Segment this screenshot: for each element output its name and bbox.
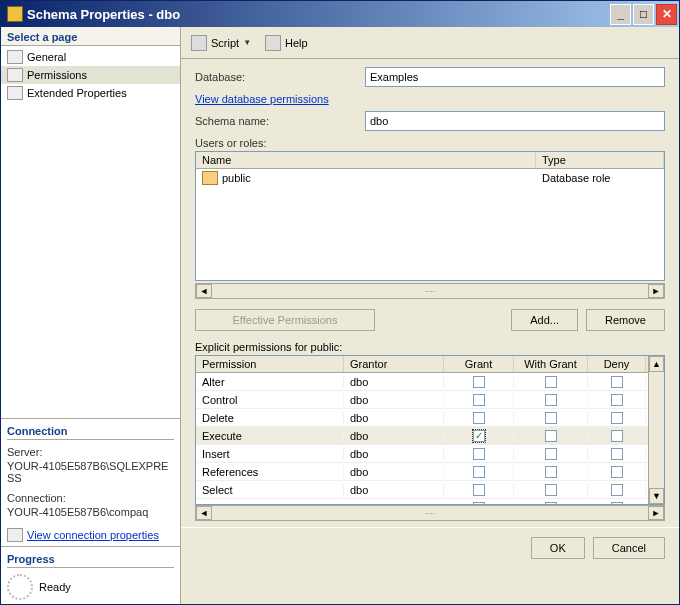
checkbox[interactable]: ✓: [473, 430, 485, 442]
scroll-down-button[interactable]: ▼: [649, 488, 664, 504]
perms-col-permission[interactable]: Permission: [196, 356, 344, 372]
help-button[interactable]: Help: [265, 35, 308, 51]
perms-col-grant[interactable]: Grant: [444, 356, 514, 372]
perms-col-deny[interactable]: Deny: [588, 356, 646, 372]
permission-row[interactable]: Controldbo: [196, 391, 648, 409]
permission-row[interactable]: Selectdbo: [196, 481, 648, 499]
checkbox[interactable]: [545, 502, 557, 505]
permission-row[interactable]: Referencesdbo: [196, 463, 648, 481]
checkbox[interactable]: [473, 376, 485, 388]
select-page-header: Select a page: [1, 27, 180, 46]
checkbox[interactable]: [545, 412, 557, 424]
sidebar-item-label: General: [27, 51, 66, 63]
permissions-grid: Permission Grantor Grant With Grant Deny…: [195, 355, 665, 505]
scroll-track[interactable]: [649, 372, 664, 488]
checkbox[interactable]: [545, 430, 557, 442]
permission-grantor: dbo: [344, 430, 444, 442]
scroll-right-button[interactable]: ►: [648, 506, 664, 520]
perms-col-grantor[interactable]: Grantor: [344, 356, 444, 372]
schema-name-field[interactable]: [365, 111, 665, 131]
permission-name: Select: [196, 484, 344, 496]
scroll-right-button[interactable]: ►: [648, 284, 664, 298]
effective-permissions-button[interactable]: Effective Permissions: [195, 309, 375, 331]
perms-col-with-grant[interactable]: With Grant: [514, 356, 588, 372]
checkbox[interactable]: [611, 502, 623, 505]
permission-name: Control: [196, 394, 344, 406]
view-connection-properties-link[interactable]: View connection properties: [7, 528, 174, 542]
permission-name: Delete: [196, 412, 344, 424]
permission-grantor: dbo: [344, 484, 444, 496]
script-icon: [191, 35, 207, 51]
checkbox[interactable]: [545, 448, 557, 460]
minimize-button[interactable]: _: [610, 4, 631, 25]
database-field[interactable]: [365, 67, 665, 87]
users-col-type[interactable]: Type: [536, 152, 664, 168]
permission-row[interactable]: Take ownershipdbo: [196, 499, 648, 504]
checkbox[interactable]: [473, 394, 485, 406]
view-database-permissions-link[interactable]: View database permissions: [195, 93, 665, 105]
progress-header: Progress: [7, 553, 174, 568]
permission-row[interactable]: Alterdbo: [196, 373, 648, 391]
connection-label: Connection:: [7, 492, 174, 504]
remove-button[interactable]: Remove: [586, 309, 665, 331]
users-roles-list[interactable]: Name Type publicDatabase role: [195, 151, 665, 281]
checkbox[interactable]: [611, 430, 623, 442]
permissions-vertical-scrollbar[interactable]: ▲ ▼: [648, 356, 664, 504]
permission-row[interactable]: Executedbo✓: [196, 427, 648, 445]
checkbox[interactable]: [473, 484, 485, 496]
checkbox[interactable]: [545, 484, 557, 496]
checkbox[interactable]: [611, 466, 623, 478]
checkbox[interactable]: [473, 412, 485, 424]
permissions-horizontal-scrollbar[interactable]: ◄ ···· ►: [195, 505, 665, 521]
scroll-left-button[interactable]: ◄: [196, 506, 212, 520]
page-icon: [7, 68, 23, 82]
users-col-name[interactable]: Name: [196, 152, 536, 168]
sidebar-item-permissions[interactable]: Permissions: [1, 66, 180, 84]
checkbox[interactable]: [473, 466, 485, 478]
database-label: Database:: [195, 71, 365, 83]
add-button[interactable]: Add...: [511, 309, 578, 331]
toolbar: Script ▼ Help: [181, 27, 679, 59]
permission-grantor: dbo: [344, 376, 444, 388]
sidebar-item-general[interactable]: General: [1, 48, 180, 66]
scroll-track[interactable]: ····: [212, 286, 648, 296]
checkbox[interactable]: [545, 376, 557, 388]
explicit-permissions-label: Explicit permissions for public:: [181, 339, 679, 355]
script-label: Script: [211, 37, 239, 49]
dialog-window: Schema Properties - dbo _ □ ✕ Select a p…: [0, 0, 680, 605]
checkbox[interactable]: [611, 484, 623, 496]
titlebar[interactable]: Schema Properties - dbo _ □ ✕: [1, 1, 679, 27]
scroll-left-button[interactable]: ◄: [196, 284, 212, 298]
connection-value: YOUR-4105E587B6\compaq: [7, 506, 174, 518]
sidebar: Select a page GeneralPermissionsExtended…: [1, 27, 181, 604]
permission-name: Insert: [196, 448, 344, 460]
sidebar-item-label: Permissions: [27, 69, 87, 81]
checkbox[interactable]: [611, 394, 623, 406]
checkbox[interactable]: [473, 448, 485, 460]
users-row[interactable]: publicDatabase role: [196, 169, 664, 187]
checkbox[interactable]: [611, 448, 623, 460]
permission-row[interactable]: Deletedbo: [196, 409, 648, 427]
scroll-track[interactable]: ····: [212, 508, 648, 518]
permission-grantor: dbo: [344, 448, 444, 460]
sidebar-item-label: Extended Properties: [27, 87, 127, 99]
permission-name: References: [196, 466, 344, 478]
checkbox[interactable]: [545, 466, 557, 478]
permission-grantor: dbo: [344, 394, 444, 406]
sidebar-item-extended-properties[interactable]: Extended Properties: [1, 84, 180, 102]
checkbox[interactable]: [611, 412, 623, 424]
script-button[interactable]: Script ▼: [191, 35, 251, 51]
users-horizontal-scrollbar[interactable]: ◄ ···· ►: [195, 283, 665, 299]
close-button[interactable]: ✕: [656, 4, 677, 25]
checkbox[interactable]: [545, 394, 557, 406]
permission-row[interactable]: Insertdbo: [196, 445, 648, 463]
view-connection-properties-label: View connection properties: [27, 529, 159, 541]
cancel-button[interactable]: Cancel: [593, 537, 665, 559]
maximize-button[interactable]: □: [633, 4, 654, 25]
ok-button[interactable]: OK: [531, 537, 585, 559]
checkbox[interactable]: [611, 376, 623, 388]
scroll-up-button[interactable]: ▲: [649, 356, 664, 372]
connection-header: Connection: [7, 425, 174, 440]
progress-state: Ready: [39, 581, 71, 593]
checkbox[interactable]: [473, 502, 485, 505]
